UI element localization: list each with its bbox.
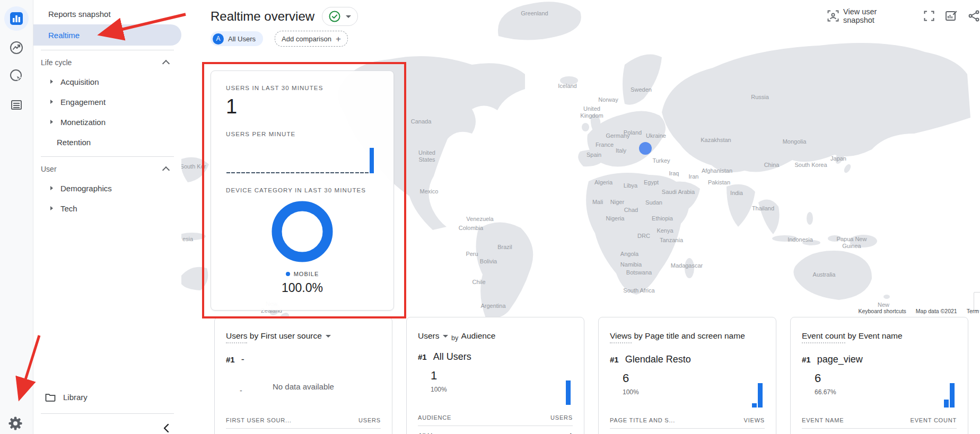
card-title-dropdown[interactable]: Users by First user source [226, 331, 381, 343]
terms-link[interactable]: Term [967, 308, 979, 314]
card-stat-zone: 6100% [610, 368, 765, 410]
sidebar-divider [41, 413, 174, 414]
zero-dash [305, 172, 309, 173]
admin-gear-button[interactable] [7, 415, 23, 431]
sidebar-item-realtime[interactable]: Realtime [33, 24, 181, 46]
page-header: Realtime overview [211, 7, 358, 26]
zero-dash [355, 172, 359, 173]
expand-arrow-icon[interactable] [50, 206, 53, 210]
sidebar-item-demographics[interactable]: Demographics [33, 178, 181, 198]
sidebar-item-library[interactable]: Library [33, 388, 193, 406]
realtime-summary-card: USERS IN LAST 30 MINUTES 1 USERS PER MIN… [211, 70, 394, 311]
rank-entity: All Users [433, 351, 471, 362]
rank-entity: - [241, 354, 244, 365]
keyboard-shortcuts-link[interactable]: Keyboard shortcuts [858, 308, 906, 314]
sidebar-item-label: Reports snapshot [48, 10, 111, 19]
zero-dash [360, 172, 364, 173]
rail-advertising-button[interactable] [4, 64, 29, 88]
zero-dash [330, 172, 334, 173]
device-donut-chart[interactable] [226, 199, 379, 264]
legend-dot-icon [286, 272, 290, 276]
share-button[interactable] [968, 10, 980, 22]
zero-dash [350, 172, 354, 173]
device-percent: 100.0% [226, 281, 379, 295]
add-comparison-button[interactable]: Add comparison + [275, 31, 348, 47]
sidebar-item-label: Retention [57, 138, 91, 147]
zero-dash [276, 172, 279, 173]
mini-bar-chart[interactable] [944, 383, 955, 408]
card-title-rest: by Event name [845, 331, 903, 341]
chip-label: Add comparison [282, 35, 331, 43]
card-event-count-by-event-name: Event count by Event name#1page_view666.… [790, 317, 968, 434]
section-label: Life cycle [41, 58, 72, 67]
column-header-metric: EVENT COUNT [911, 417, 957, 423]
card-title-dropdown[interactable]: Event count by Event name [802, 331, 957, 343]
mini-bar-chart[interactable] [566, 380, 571, 405]
minute-zero-dash [295, 146, 300, 173]
table-header-row: FIRST USER SOUR...USERS [226, 417, 381, 423]
card-metric-label: Users [418, 331, 439, 341]
sidebar-item-tech[interactable]: Tech [33, 198, 181, 218]
zero-dash [237, 172, 240, 173]
card-title-dropdown[interactable]: Users by Audience [418, 331, 573, 341]
card-title-rest: Audience [459, 331, 495, 341]
expand-arrow-icon[interactable] [50, 79, 53, 84]
sidebar-item-label: Realtime [48, 31, 80, 40]
expand-arrow-icon[interactable] [50, 100, 53, 104]
chevron-up-icon [162, 60, 170, 67]
stat-percent: 100% [431, 386, 573, 393]
sidebar-section-user[interactable]: User [33, 160, 181, 178]
no-data-message: No data available [226, 382, 381, 391]
rail-reports-button[interactable] [4, 6, 29, 31]
zero-dash [291, 172, 294, 173]
column-header-metric: VIEWS [744, 417, 765, 423]
column-header-dimension: PAGE TITLE AND S... [610, 417, 675, 423]
edit-report-button[interactable] [945, 10, 958, 22]
user-snapshot-icon [827, 10, 839, 22]
minute-zero-dash [330, 146, 335, 173]
stat-value: 1 [431, 366, 573, 383]
sidebar-item-reports-snapshot[interactable]: Reports snapshot [33, 3, 181, 24]
stat-value: 6 [815, 368, 957, 385]
minute-zero-dash [340, 146, 345, 173]
sidebar-item-acquisition[interactable]: Acquisition [33, 72, 181, 92]
top-rank-line: #1- [226, 354, 381, 365]
expand-arrow-icon[interactable] [50, 186, 53, 190]
sidebar-section-life-cycle[interactable]: Life cycle [33, 54, 181, 72]
users-per-minute-chart[interactable] [226, 146, 374, 173]
chevron-down-icon [346, 15, 351, 18]
table-row[interactable]: All Users1 [418, 432, 573, 434]
minute-zero-dash [360, 146, 364, 173]
device-category-label: DEVICE CATEGORY IN LAST 30 MINUTES [226, 187, 379, 193]
mini-bar-chart[interactable] [752, 383, 763, 408]
rail-configure-button[interactable] [4, 93, 29, 117]
table-divider [802, 428, 957, 429]
column-header-metric: USERS [550, 414, 573, 421]
zero-dash [246, 172, 250, 173]
minute-bar [370, 146, 374, 173]
advertising-icon [10, 69, 23, 83]
card-stat-zone: 1100% [418, 366, 573, 407]
card-stat-zone: -No data available [226, 368, 381, 410]
table-header-row: AUDIENCEUSERS [418, 414, 573, 421]
sidebar-item-monetization[interactable]: Monetization [33, 112, 181, 132]
zero-dash [326, 172, 329, 173]
fullscreen-button[interactable] [924, 11, 934, 21]
sidebar-item-retention[interactable]: Retention [33, 132, 181, 152]
card-users-by-first-user-source: Users by First user source#1--No data av… [214, 317, 392, 434]
report-status-dropdown[interactable] [322, 7, 358, 26]
sidebar-item-engagement[interactable]: Engagement [33, 92, 181, 112]
main-content: GreenlandIcelandNorwaySwedenRussiaUnited… [181, 0, 980, 434]
view-user-snapshot-button[interactable]: View user snapshot [827, 7, 909, 24]
rank-label: #1 [610, 355, 619, 364]
collapse-sidebar-icon[interactable] [162, 423, 171, 433]
rail-explore-button[interactable] [4, 36, 29, 60]
minute-zero-dash [251, 146, 256, 173]
minute-zero-dash [231, 146, 235, 173]
users-30min-label: USERS IN LAST 30 MINUTES [226, 85, 379, 91]
expand-arrow-icon[interactable] [50, 120, 53, 124]
card-title-dropdown[interactable]: Views by Page title and screen name [610, 331, 765, 343]
all-users-chip[interactable]: A All Users [211, 31, 263, 46]
card-metric-label: Users [226, 331, 247, 343]
chip-label: All Users [228, 35, 256, 43]
